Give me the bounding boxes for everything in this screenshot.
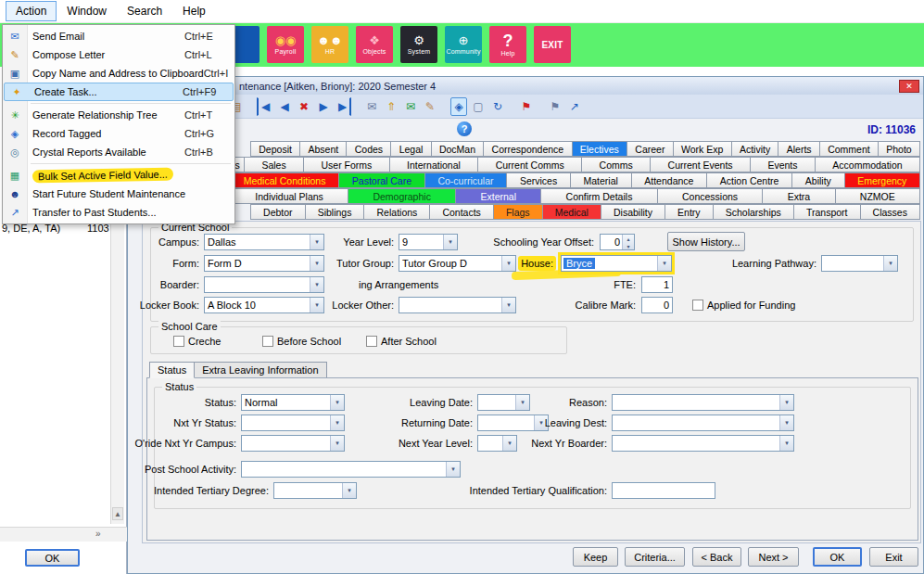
nxt-yr-status-select[interactable]: ▾ xyxy=(241,415,345,431)
refresh-icon[interactable]: ↻ xyxy=(489,97,506,116)
tab-work-exp[interactable]: Work Exp xyxy=(673,141,732,157)
tab-transport[interactable]: Transport xyxy=(793,204,861,220)
tab-external[interactable]: External xyxy=(455,188,541,204)
boarder-select[interactable]: ▾ xyxy=(204,276,324,293)
mail-send-icon[interactable]: ✉ xyxy=(402,97,419,116)
tab-international[interactable]: International xyxy=(389,157,479,172)
tab-individual-plans[interactable]: Individual Plans xyxy=(230,188,348,204)
before-school-checkbox[interactable]: Before School xyxy=(262,335,341,348)
menu-item-send-email[interactable]: ✉ Send Email Ctrl+E xyxy=(3,27,234,45)
close-icon[interactable]: ✕ xyxy=(899,80,919,93)
tab-events[interactable]: Events xyxy=(750,157,816,172)
tab-siblings[interactable]: Siblings xyxy=(305,204,365,220)
hr-button[interactable]: ☻☻ HR xyxy=(311,26,348,63)
ok-button[interactable]: OK xyxy=(813,547,862,567)
tab-comment[interactable]: Comment xyxy=(819,141,879,157)
chevron-down-icon[interactable]: ▾ xyxy=(883,256,897,271)
menu-item-compose-letter[interactable]: ✎ Compose Letter Ctrl+L xyxy=(3,45,234,64)
chevron-down-icon[interactable]: ▾ xyxy=(330,436,344,451)
menu-item-generate-relationship-tree[interactable]: ✳ Generate Relationship Tree Ctrl+T xyxy=(3,106,234,124)
locker-book-select[interactable]: A Block 10 ▾ xyxy=(204,297,324,313)
locker-other-select[interactable]: ▾ xyxy=(399,297,516,313)
tab-extra-leaving-information[interactable]: Extra Leaving Information xyxy=(194,362,326,378)
tab-material[interactable]: Material xyxy=(570,172,632,188)
menu-help[interactable]: Help xyxy=(172,1,216,21)
tab-contacts[interactable]: Contacts xyxy=(429,204,494,220)
tab-electives[interactable]: Electives xyxy=(572,141,628,157)
next-button[interactable]: Next > xyxy=(748,547,799,567)
tab-action-centre[interactable]: Action Centre xyxy=(706,172,792,188)
tab-scholarships[interactable]: Scholarships xyxy=(713,204,794,220)
chevron-down-icon[interactable]: ▾ xyxy=(310,277,323,292)
house-select[interactable]: Bryce ▾ xyxy=(561,255,672,272)
tab-current-events[interactable]: Current Events xyxy=(650,157,751,172)
schooling-year-offset-spinner[interactable]: 0 ▴▾ xyxy=(600,234,635,250)
select-region-icon[interactable]: ▢ xyxy=(470,97,487,116)
calibre-mark-input[interactable]: 0 xyxy=(641,297,673,313)
tab-photo[interactable]: Photo xyxy=(878,141,920,157)
tab-attendance[interactable]: Attendance xyxy=(631,172,708,188)
creche-checkbox[interactable]: Creche xyxy=(173,335,221,348)
chevron-down-icon[interactable]: ▾ xyxy=(310,298,323,313)
menu-action[interactable]: Action xyxy=(6,1,57,21)
tab-extra[interactable]: Extra xyxy=(762,188,835,204)
checkbox-box[interactable] xyxy=(366,336,377,347)
tab-medical[interactable]: Medical xyxy=(542,204,601,220)
chevron-down-icon[interactable]: ▾ xyxy=(501,256,515,271)
tab-correspondence[interactable]: Correspondence xyxy=(483,141,572,157)
chevron-down-icon[interactable]: ▾ xyxy=(779,436,793,451)
menu-window[interactable]: Window xyxy=(57,1,117,21)
next-yr-boarder-select[interactable]: ▾ xyxy=(612,435,794,452)
community-button[interactable]: ⊕ Community xyxy=(445,26,482,63)
help-icon[interactable]: ? xyxy=(457,121,472,136)
chevron-down-icon[interactable]: ▾ xyxy=(779,415,793,430)
tab-flags[interactable]: Flags xyxy=(493,204,543,220)
keep-button[interactable]: Keep xyxy=(573,547,618,567)
leaving-dest-select[interactable]: ▾ xyxy=(612,415,794,431)
returning-date-select[interactable]: ▾ xyxy=(477,415,549,431)
tab-legal[interactable]: Legal xyxy=(390,141,431,157)
tab-activity[interactable]: Activity xyxy=(731,141,779,157)
exit-button[interactable]: Exit xyxy=(869,547,918,567)
tag-icon[interactable]: ◈ xyxy=(450,97,467,116)
tab-concessions[interactable]: Concessions xyxy=(657,188,764,204)
after-school-checkbox[interactable]: After School xyxy=(366,335,437,348)
menu-item-bulk-set-active-field[interactable]: ▦ Bulk Set Active Field Value... xyxy=(3,166,234,185)
tab-accommodation[interactable]: Accommodation xyxy=(815,157,920,172)
tab-deposit[interactable]: Deposit xyxy=(250,141,300,157)
chevron-down-icon[interactable]: ▾ xyxy=(515,395,529,410)
form-select[interactable]: Form D ▾ xyxy=(204,255,324,272)
tab-ability[interactable]: Ability xyxy=(791,172,844,188)
spin-down-icon[interactable]: ▾ xyxy=(623,242,634,249)
tab-pastoral-care[interactable]: Pastoral Care xyxy=(338,172,425,188)
tab-absent[interactable]: Absent xyxy=(299,141,347,157)
tab-career[interactable]: Career xyxy=(627,141,674,157)
tab-demographic[interactable]: Demographic xyxy=(348,188,456,204)
tab-user-forms[interactable]: User Forms xyxy=(303,157,390,172)
tab-status[interactable]: Status xyxy=(149,362,195,378)
learning-pathway-select[interactable]: ▾ xyxy=(821,255,898,272)
tab-debtor[interactable]: Debtor xyxy=(250,204,306,220)
nav-prev-icon[interactable]: ◀ xyxy=(276,97,293,116)
tab-current-comms[interactable]: Current Comms xyxy=(477,157,582,172)
nav-last-icon[interactable]: ▶ xyxy=(335,97,351,116)
tab-entry[interactable]: Entry xyxy=(665,204,714,220)
campus-select[interactable]: Dallas ▾ xyxy=(204,234,324,250)
checkbox-box[interactable] xyxy=(173,336,184,347)
help-button[interactable]: ? Help xyxy=(489,26,526,63)
menu-item-start-future-student[interactable]: ☻ Start Future Student Maintenance xyxy=(3,185,234,203)
chevron-down-icon[interactable]: ▾ xyxy=(446,462,460,477)
scroll-up-icon[interactable]: ▲ xyxy=(112,507,123,520)
intended-tertiary-qualification-input[interactable] xyxy=(612,482,715,499)
objects-button[interactable]: ❖ Objects xyxy=(356,26,393,63)
reason-select[interactable]: ▾ xyxy=(612,394,794,411)
year-level-select[interactable]: 9 ▾ xyxy=(399,234,458,250)
tab-codes[interactable]: Codes xyxy=(346,141,391,157)
nav-next-icon[interactable]: ▶ xyxy=(315,97,332,116)
back-button[interactable]: < Back xyxy=(692,547,741,567)
tab-nzmoe[interactable]: NZMOE xyxy=(835,188,921,204)
chevron-down-icon[interactable]: ▾ xyxy=(330,395,344,410)
fte-input[interactable]: 1 xyxy=(641,276,673,293)
checkbox-box[interactable] xyxy=(692,300,703,311)
next-year-level-select[interactable]: ▾ xyxy=(477,435,517,452)
